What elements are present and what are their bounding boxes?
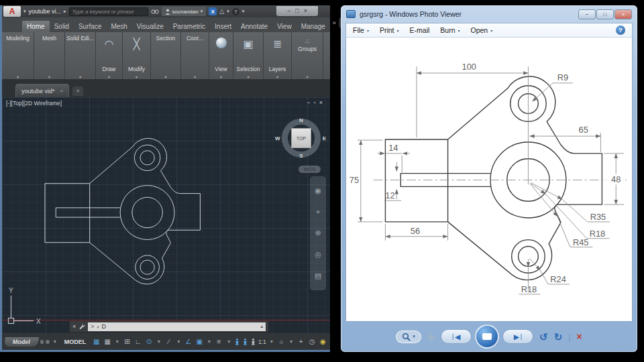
panel-expand-icon[interactable]: ▾ — [136, 74, 138, 79]
tab-solid[interactable]: Solid — [50, 21, 74, 32]
command-close-icon[interactable]: × — [72, 323, 76, 330]
workspace-label[interactable]: youtube vi... — [29, 8, 62, 15]
zoom-caret-icon[interactable]: ▾ — [413, 334, 415, 339]
panel-coordinates[interactable]: Coor... ▾ — [181, 32, 209, 79]
wcs-dropdown[interactable]: WCS — [299, 166, 321, 173]
previous-button[interactable]: | ◀ — [441, 329, 472, 344]
snap-mode-icon[interactable]: ⊞ — [123, 337, 131, 347]
menu-burn[interactable]: Burn ▾ — [440, 26, 460, 34]
tab-overflow-icon[interactable]: » — [333, 19, 336, 26]
tab-manage[interactable]: Manage — [297, 21, 330, 32]
polar-tracking-icon[interactable]: ⊙ — [145, 337, 154, 347]
annotation-scale-icon[interactable] — [250, 338, 256, 346]
model-layout-tab[interactable]: Model — [4, 337, 39, 347]
file-tab-close-icon[interactable]: × — [60, 88, 64, 94]
a360-caret-icon[interactable]: ▾ — [227, 9, 229, 14]
viewcube-west[interactable]: W — [275, 135, 280, 141]
command-customize-icon[interactable] — [78, 323, 85, 330]
app-menu-button[interactable]: A — [3, 6, 21, 17]
viewcube-north[interactable]: N — [299, 117, 303, 123]
command-expand-icon[interactable]: ▴ — [260, 324, 263, 329]
delete-button[interactable]: × — [577, 331, 582, 342]
tab-visualize[interactable]: Visualize — [132, 21, 168, 32]
tab-surface[interactable]: Surface — [74, 21, 106, 32]
settings-gear-icon[interactable]: ☼ — [277, 337, 286, 347]
tab-home[interactable]: Home — [22, 21, 50, 32]
drawing-viewport[interactable]: [-][Top][2D Wireframe] −▫× N S W E TOP W… — [2, 97, 330, 333]
scale-caret-icon[interactable]: ▾ — [270, 339, 273, 345]
osnap-3d-icon[interactable]: ▣ — [195, 337, 204, 347]
viewer-help-icon[interactable]: ? — [616, 25, 625, 35]
navigation-wheel-icon[interactable]: ◉ — [315, 187, 321, 194]
autoscale-icon[interactable] — [242, 338, 248, 346]
viewcube-east[interactable]: E — [323, 135, 326, 141]
file-tab[interactable]: youtube vid* × — [15, 84, 69, 97]
workspace-caret-icon[interactable]: ▸ — [64, 9, 66, 14]
panel-expand-icon[interactable]: ▾ — [48, 74, 50, 79]
menu-print[interactable]: Print ▾ — [380, 26, 399, 34]
tab-mesh[interactable]: Mesh — [106, 21, 131, 32]
panel-view[interactable]: View ▾ — [209, 32, 233, 79]
osnap-caret-icon[interactable]: ▾ — [208, 339, 211, 345]
panel-expand-icon[interactable]: ▾ — [79, 74, 81, 79]
lineweight-caret-icon[interactable]: ▾ — [227, 339, 230, 345]
maximize-button[interactable]: □ — [295, 8, 299, 14]
menu-file[interactable]: File ▾ — [353, 26, 369, 34]
tab-insert[interactable]: Insert — [210, 21, 236, 32]
orbit-icon[interactable]: ◎ — [315, 251, 321, 258]
binoculars-icon[interactable] — [151, 8, 159, 15]
grid-caret-icon[interactable]: ▾ — [116, 339, 119, 345]
pan-icon[interactable]: ⌖ — [316, 208, 320, 216]
model-space-button[interactable]: MODEL — [64, 339, 87, 345]
menu-email[interactable]: E-mail — [410, 26, 430, 34]
clock-icon[interactable]: ◷ — [307, 337, 316, 347]
panel-selection[interactable]: ▣ Selection ▾ — [233, 32, 264, 79]
panel-expand-icon[interactable]: ▾ — [164, 74, 166, 79]
help-icon[interactable]: ? — [232, 8, 239, 15]
isodraft-icon[interactable]: ∕ — [164, 337, 173, 347]
panel-expand-icon[interactable]: ▾ — [194, 74, 196, 79]
osnap-icon[interactable]: ∠ — [184, 337, 193, 347]
app-menu-caret-icon[interactable]: ▾ — [23, 9, 26, 14]
panel-groups[interactable]: ∴ Groups ▾ — [292, 32, 323, 79]
annotation-visibility-icon[interactable] — [234, 338, 240, 346]
viewer-maximize-button[interactable]: □ — [596, 9, 614, 19]
signin-area[interactable]: socnandan ▾ — [162, 7, 207, 16]
viewer-close-button[interactable]: × — [614, 9, 632, 19]
help-caret-icon[interactable]: ▾ — [242, 9, 245, 14]
next-button[interactable]: ▶ | — [502, 329, 533, 344]
layout-dot-icon[interactable] — [46, 340, 49, 344]
user-caret-icon[interactable]: ▾ — [201, 9, 203, 14]
command-line[interactable]: × > ▾ D ▴ — [69, 320, 269, 333]
settings-caret-icon[interactable]: ▾ — [290, 339, 292, 345]
search-input[interactable] — [69, 7, 148, 16]
grid-mode-icon[interactable]: ▦ — [92, 337, 101, 347]
panel-solid-editing[interactable]: Solid Edi... ▾ — [65, 32, 96, 79]
viewcube[interactable]: N S W E TOP — [279, 116, 323, 160]
isodraft-caret-icon[interactable]: ▾ — [177, 339, 180, 345]
panel-mesh[interactable]: Mesh ▾ — [34, 32, 65, 79]
layout-dot-icon[interactable] — [40, 340, 44, 344]
play-slideshow-button[interactable] — [475, 324, 499, 349]
panel-expand-icon[interactable]: ▾ — [247, 74, 249, 79]
tab-view[interactable]: View — [272, 21, 297, 32]
annotation-scale-value[interactable]: 1:1 — [258, 339, 266, 345]
tab-annotate[interactable]: Annotate — [236, 21, 272, 32]
panel-expand-icon[interactable]: ▾ — [306, 74, 308, 79]
grid-display-icon[interactable]: ▦ — [103, 337, 112, 347]
minimize-button[interactable]: − — [287, 8, 290, 14]
panel-draw[interactable]: ◠ Draw ▾ — [96, 32, 123, 79]
command-input[interactable]: > ▾ D ▴ — [88, 322, 266, 331]
show-motion-icon[interactable]: ▤ — [315, 272, 321, 280]
panel-layers[interactable]: ≣ Layers ▾ — [264, 32, 292, 79]
panel-expand-icon[interactable]: ▾ — [108, 74, 110, 79]
panel-expand-icon[interactable]: ▾ — [220, 74, 222, 79]
viewer-minimize-button[interactable]: − — [578, 9, 596, 19]
navigation-bar[interactable]: ◉ ⌖ ⊕ ◎ ▤ — [310, 176, 326, 290]
customize-plus-icon[interactable]: + — [297, 337, 305, 347]
close-button[interactable]: × — [304, 8, 307, 14]
zoom-extents-icon[interactable]: ⊕ — [315, 229, 321, 237]
panel-modify[interactable]: ╳ Modify ▾ — [123, 32, 151, 79]
rotate-clockwise-button[interactable]: ↻ — [554, 332, 563, 342]
ortho-mode-icon[interactable]: ∟ — [133, 337, 142, 347]
